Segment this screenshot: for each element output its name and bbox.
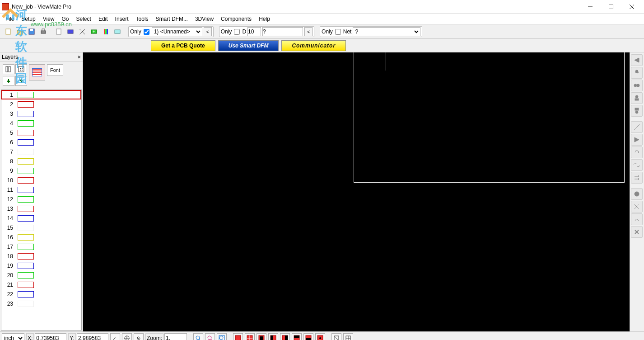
menu-view[interactable]: View — [39, 14, 58, 24]
grid-8-button[interactable] — [315, 333, 325, 340]
menu-components[interactable]: Components — [217, 14, 255, 24]
zoom-input[interactable] — [164, 333, 187, 340]
layer-row-10[interactable]: 10 — [1, 175, 81, 185]
new-file-button[interactable] — [3, 26, 14, 37]
layer-color-swatch[interactable] — [18, 120, 34, 127]
layer-color-swatch[interactable] — [18, 234, 34, 241]
menu-insert[interactable]: Insert — [112, 14, 132, 24]
view-button[interactable] — [112, 26, 123, 37]
layer-down-button[interactable] — [3, 76, 14, 86]
rtool-9[interactable] — [631, 159, 643, 171]
layer-color-swatch[interactable] — [18, 111, 34, 117]
layer-row-7[interactable]: 7 — [1, 147, 81, 156]
menu-file[interactable]: File — [2, 14, 18, 24]
layer-row-16[interactable]: 16 — [1, 232, 81, 242]
layer-color-swatch[interactable] — [18, 301, 34, 307]
grid-1-button[interactable] — [233, 333, 243, 340]
layer-color-swatch[interactable] — [18, 244, 34, 250]
rtool-8[interactable] — [631, 146, 643, 158]
layer-row-15[interactable]: 15 — [1, 223, 81, 232]
layer-color-swatch[interactable] — [18, 215, 34, 222]
measure-button[interactable] — [77, 26, 88, 37]
grid-5-button[interactable] — [280, 333, 290, 340]
rtool-12[interactable] — [631, 201, 643, 212]
y-input[interactable] — [77, 333, 108, 340]
snap-2-button[interactable] — [343, 333, 353, 340]
layer-color-swatch[interactable] — [18, 206, 34, 212]
menu-tools[interactable]: Tools — [132, 14, 152, 24]
film-button[interactable] — [65, 26, 76, 37]
layer-row-14[interactable]: 14 — [1, 213, 81, 223]
menu-edit[interactable]: Edit — [95, 14, 112, 24]
smart-dfm-button[interactable]: Use Smart DFM — [218, 40, 279, 51]
maximize-button[interactable] — [601, 0, 621, 14]
menu-help[interactable]: Help — [255, 14, 274, 24]
rtool-2[interactable] — [631, 67, 643, 79]
communicator-button[interactable]: Communicator — [281, 40, 346, 51]
only-checkbox-3[interactable] — [335, 29, 341, 35]
grid-4-button[interactable] — [268, 333, 278, 340]
layer-row-13[interactable]: 13 — [1, 204, 81, 213]
rtool-4[interactable] — [631, 92, 643, 104]
origin-button[interactable] — [122, 333, 132, 340]
layer-row-18[interactable]: 18 — [1, 251, 81, 261]
layer-select[interactable]: 1) <Unnamed> — [152, 27, 202, 36]
layer-color-swatch[interactable] — [18, 130, 34, 136]
rtool-13[interactable] — [631, 213, 643, 225]
unit-select[interactable]: inch — [2, 333, 24, 340]
grid-7-button[interactable] — [303, 333, 313, 340]
open-file-button[interactable] — [14, 26, 25, 37]
d-desc-input[interactable] — [262, 27, 303, 36]
grid-2-button[interactable] — [245, 333, 255, 340]
angle-button[interactable] — [110, 333, 120, 340]
layer-row-23[interactable]: 23 — [1, 299, 81, 308]
layer-row-12[interactable]: 12 — [1, 194, 81, 204]
font-button[interactable]: Font — [47, 64, 63, 76]
layer-color-swatch[interactable] — [18, 225, 34, 231]
layer-color-swatch[interactable] — [18, 149, 34, 155]
layer-row-1[interactable]: 1 — [1, 90, 81, 99]
menu-smart-dfm-[interactable]: Smart DFM... — [152, 14, 191, 24]
layers-list[interactable]: 1234567891011121314151617181920212223 — [1, 90, 82, 331]
layer-row-19[interactable]: 19 — [1, 261, 81, 270]
rtool-5[interactable] — [631, 105, 643, 117]
layer-color-swatch[interactable] — [18, 187, 34, 193]
layer-color-swatch[interactable] — [18, 272, 34, 279]
layer-color-swatch[interactable] — [18, 101, 34, 108]
grid-6-button[interactable] — [292, 333, 302, 340]
grid-3-button[interactable] — [257, 333, 266, 340]
rtool-1[interactable] — [631, 54, 643, 66]
zoom-tool-button[interactable] — [193, 333, 203, 340]
menu-setup[interactable]: Setup — [18, 14, 39, 24]
target-button[interactable] — [134, 333, 144, 340]
layer-color-swatch[interactable] — [18, 177, 34, 184]
layer-color-swatch[interactable] — [18, 92, 34, 98]
layer-color-swatch[interactable] — [18, 282, 34, 288]
layer-color-swatch[interactable] — [18, 158, 34, 165]
rtool-14[interactable] — [631, 226, 643, 238]
d-input[interactable] — [247, 27, 261, 36]
color-button[interactable] — [100, 26, 111, 37]
add-layer-button[interactable]: + — [89, 26, 99, 37]
rtool-6[interactable] — [631, 121, 643, 133]
layer-color-swatch[interactable] — [18, 253, 34, 260]
menu-go[interactable]: Go — [58, 14, 73, 24]
rtool-10[interactable] — [631, 172, 643, 184]
layer-up-button[interactable] — [15, 76, 27, 86]
layers-view-button[interactable] — [29, 64, 45, 80]
layer-color-swatch[interactable] — [18, 263, 34, 269]
layer-color-swatch[interactable] — [18, 291, 34, 298]
layers-tool-1[interactable] — [3, 64, 14, 74]
zoom-fit-button[interactable] — [205, 333, 215, 340]
layer-row-4[interactable]: 4 — [1, 118, 81, 128]
layers-tool-2[interactable] — [15, 64, 27, 74]
menu-select[interactable]: Select — [73, 14, 95, 24]
layer-color-swatch[interactable] — [18, 168, 34, 174]
page-button[interactable] — [53, 26, 64, 37]
layer-row-21[interactable]: 21 — [1, 280, 81, 289]
zoom-all-button[interactable] — [217, 333, 227, 340]
layer-prev-button[interactable]: < — [204, 27, 212, 36]
layer-row-5[interactable]: 5 — [1, 128, 81, 137]
snap-1-button[interactable] — [331, 333, 341, 340]
rtool-11[interactable] — [631, 188, 643, 200]
